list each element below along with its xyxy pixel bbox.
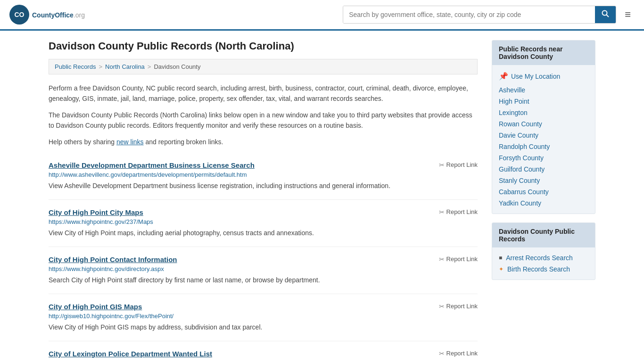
result-url-4[interactable]: http://gisweb10.highpointnc.gov/Flex/the…	[49, 313, 478, 320]
svg-point-2	[603, 11, 607, 16]
sidebar-link-yadkin-county[interactable]: Yadkin County	[499, 197, 588, 209]
records-section-content: ■ Arrest Records Search ✦ Birth Records …	[492, 247, 595, 280]
arrest-icon: ■	[499, 255, 502, 261]
logo-area: CO CountyOffice.org	[9, 5, 85, 25]
sidebar-link-davie-county[interactable]: Davie County	[499, 130, 588, 141]
nearby-section-content: 📌 Use My Location Asheville High Point L…	[492, 65, 595, 214]
sidebar-link-guilford-county[interactable]: Guilford County	[499, 164, 588, 175]
breadcrumb-davidson-county: Davidson County	[154, 63, 200, 70]
breadcrumb-north-carolina[interactable]: North Carolina	[105, 63, 145, 70]
header-right: ≡	[343, 6, 635, 24]
result-title-1[interactable]: Asheville Development Department Busines…	[49, 161, 255, 169]
logo-icon: CO	[9, 5, 29, 25]
breadcrumb: Public Records > North Carolina > Davids…	[49, 59, 478, 74]
search-bar	[343, 6, 616, 24]
report-icon-4: ✂	[439, 303, 445, 310]
report-link-4[interactable]: ✂ Report Link	[439, 303, 478, 310]
result-desc-2: View City of High Point maps, including …	[49, 228, 478, 238]
result-desc-4: View City of High Point GIS maps by addr…	[49, 322, 478, 332]
sidebar-link-rowan-county[interactable]: Rowan County	[499, 118, 588, 130]
nearby-section: Public Records near Davidson County 📌 Us…	[492, 40, 595, 214]
new-links[interactable]: new links	[116, 138, 144, 146]
report-link-1[interactable]: ✂ Report Link	[439, 161, 478, 169]
breadcrumb-public-records[interactable]: Public Records	[55, 63, 96, 70]
result-url-2[interactable]: https://www.highpointnc.gov/237/Maps	[49, 218, 478, 225]
record-link-arrest[interactable]: ■ Arrest Records Search	[499, 252, 588, 263]
search-button[interactable]	[595, 6, 616, 23]
result-item: City of High Point Contact Information ✂…	[49, 247, 478, 294]
report-icon-1: ✂	[439, 161, 445, 169]
birth-icon: ✦	[499, 266, 504, 272]
result-item: Asheville Development Department Busines…	[49, 153, 478, 200]
result-title-5[interactable]: City of Lexington Police Department Want…	[49, 350, 212, 358]
nearby-section-title: Public Records near Davidson County	[492, 41, 595, 65]
result-item: City of High Point GIS Maps ✂ Report Lin…	[49, 294, 478, 341]
description-2: The Davidson County Public Records (Nort…	[49, 110, 478, 131]
report-icon-2: ✂	[439, 208, 445, 216]
header: CO CountyOffice.org ≡	[0, 0, 644, 31]
use-location[interactable]: 📌 Use My Location	[499, 70, 588, 82]
report-icon-5: ✂	[439, 350, 445, 357]
result-title-2[interactable]: City of High Point City Maps	[49, 208, 143, 216]
result-url-1[interactable]: http://www.ashevillenc.gov/departments/d…	[49, 171, 478, 178]
results-list: Asheville Development Department Busines…	[49, 153, 478, 362]
sidebar: Public Records near Davidson County 📌 Us…	[492, 40, 595, 362]
report-link-5[interactable]: ✂ Report Link	[439, 350, 478, 357]
result-title-4[interactable]: City of High Point GIS Maps	[49, 303, 142, 311]
sidebar-link-forsyth-county[interactable]: Forsyth County	[499, 152, 588, 164]
records-section: Davidson County Public Records ■ Arrest …	[492, 222, 595, 280]
svg-text:CO: CO	[15, 11, 25, 18]
description-1: Perform a free Davidson County, NC publi…	[49, 83, 478, 104]
content-area: Davidson County Public Records (North Ca…	[49, 40, 478, 362]
result-url-3[interactable]: https://www.highpointnc.gov/directory.as…	[49, 265, 478, 272]
search-input[interactable]	[343, 6, 595, 23]
records-section-title: Davidson County Public Records	[492, 223, 595, 247]
sidebar-link-randolph-county[interactable]: Randolph County	[499, 141, 588, 152]
main-container: Davidson County Public Records (North Ca…	[39, 31, 605, 362]
sidebar-link-high-point[interactable]: High Point	[499, 96, 588, 107]
sidebar-link-stanly-county[interactable]: Stanly County	[499, 175, 588, 186]
sidebar-link-lexington[interactable]: Lexington	[499, 107, 588, 118]
sidebar-link-asheville[interactable]: Asheville	[499, 84, 588, 96]
page-title: Davidson County Public Records (North Ca…	[49, 40, 478, 52]
location-pin-icon: 📌	[499, 72, 508, 81]
menu-icon[interactable]: ≡	[621, 7, 635, 23]
result-desc-1: View Asheville Development Department bu…	[49, 181, 478, 191]
report-link-3[interactable]: ✂ Report Link	[439, 255, 478, 263]
description-3: Help others by sharing new links and rep…	[49, 137, 478, 147]
result-item: City of Lexington Police Department Want…	[49, 341, 478, 362]
sidebar-link-cabarrus-county[interactable]: Cabarrus County	[499, 186, 588, 197]
svg-line-3	[607, 15, 609, 17]
result-desc-3: Search City of High Point staff director…	[49, 275, 478, 285]
result-item: City of High Point City Maps ✂ Report Li…	[49, 200, 478, 247]
report-icon-3: ✂	[439, 255, 445, 263]
result-title-3[interactable]: City of High Point Contact Information	[49, 255, 177, 263]
report-link-2[interactable]: ✂ Report Link	[439, 208, 478, 216]
record-link-birth[interactable]: ✦ Birth Records Search	[499, 263, 588, 275]
logo-text: CountyOffice.org	[32, 10, 85, 20]
